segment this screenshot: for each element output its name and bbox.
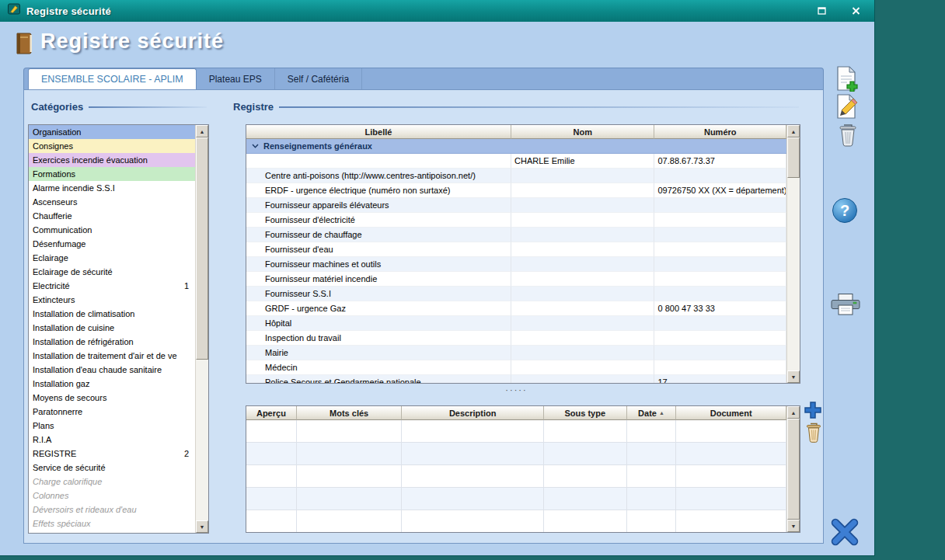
documents-column-header[interactable]: Mots clés [297, 406, 403, 420]
scroll-up-button[interactable]: ▲ [787, 125, 800, 137]
categories-scrollbar[interactable]: ▲ ▼ [195, 125, 208, 533]
group-label: Renseignements généraux [263, 141, 372, 151]
category-item[interactable]: Consignes [29, 139, 195, 153]
registre-row[interactable]: GRDF - urgence Gaz0 800 47 33 33 [246, 301, 786, 316]
document-row[interactable] [246, 488, 786, 510]
category-item[interactable]: Installation de climatisation [29, 307, 195, 321]
registre-row[interactable]: Fournisseur d'eau [246, 242, 786, 257]
document-row[interactable] [246, 510, 786, 532]
close-form-button[interactable] [828, 517, 861, 547]
category-item[interactable]: Communication [29, 223, 195, 237]
scroll-up-button[interactable]: ▲ [196, 125, 208, 137]
documents-scrollbar[interactable]: ▲ ▼ [786, 406, 800, 532]
new-document-button[interactable] [833, 65, 860, 92]
registre-row[interactable]: Inspection du travail [246, 331, 786, 346]
tab-plateau-eps[interactable]: Plateau EPS [197, 68, 275, 89]
registre-row[interactable]: Fournisseur machines et outils [246, 257, 786, 272]
scroll-down-button[interactable]: ▼ [196, 520, 208, 533]
category-item[interactable]: Installation d'eau chaude sanitaire [29, 363, 195, 377]
print-button[interactable] [830, 293, 861, 316]
document-row[interactable] [246, 443, 786, 465]
document-row[interactable] [246, 420, 786, 443]
scroll-down-button[interactable]: ▼ [787, 520, 800, 532]
registre-row[interactable]: Fournisseur de chauffage [246, 228, 786, 242]
category-item[interactable]: Charge calorifique [29, 475, 195, 489]
category-item[interactable]: Formations [29, 167, 195, 181]
category-item[interactable]: Chaufferie [29, 209, 195, 223]
registre-row[interactable]: Mairie [246, 346, 786, 360]
category-item[interactable]: Organisation [29, 125, 195, 139]
registre-column-header[interactable]: Libellé [246, 125, 511, 139]
cell-libelle: Police Secours et Gendarmerie nationale [246, 375, 511, 383]
category-item[interactable]: Colonnes [29, 489, 195, 503]
category-item[interactable]: Installation de réfrigération [29, 335, 195, 349]
documents-column-header[interactable]: Date▲ [627, 406, 677, 420]
category-item[interactable]: Moyens de secours [29, 391, 195, 405]
category-item[interactable]: Plans [29, 419, 195, 433]
category-item[interactable]: Eclairage [29, 251, 195, 265]
scroll-up-button[interactable]: ▲ [787, 406, 800, 419]
registre-row[interactable]: CHARLE Emilie07.88.67.73.37 [246, 154, 786, 169]
cell-numero [654, 213, 786, 228]
category-item[interactable]: Ascenseurs [29, 195, 195, 209]
document-cell [246, 420, 297, 443]
category-item[interactable]: Extincteurs [29, 293, 195, 307]
scroll-down-button[interactable]: ▼ [787, 370, 800, 383]
registre-row[interactable]: Fournisseur matériel incendie [246, 272, 786, 287]
category-item[interactable]: Effets spéciaux [29, 517, 195, 530]
documents-column-header[interactable]: Document [676, 406, 786, 420]
category-item[interactable]: Installation de cuisine [29, 321, 195, 335]
registre-column-header[interactable]: Nom [511, 125, 654, 139]
tab-ensemble-scolaire-aplim[interactable]: ENSEMBLE SCOLAIRE - APLIM [28, 68, 197, 89]
maximize-button[interactable] [815, 5, 828, 17]
tab-self-caf-t-ria[interactable]: Self / Cafétéria [275, 68, 362, 89]
scrollbar-thumb[interactable] [787, 137, 800, 178]
category-item[interactable]: Service de sécurité [29, 461, 195, 475]
document-row[interactable] [246, 465, 786, 488]
documents-column-header[interactable]: Aperçu [246, 406, 297, 420]
registre-row[interactable]: Hôpital [246, 316, 786, 331]
close-button[interactable] [849, 5, 862, 17]
category-item[interactable]: REGISTRE2 [29, 447, 195, 461]
registre-group-row[interactable]: Renseignements généraux [246, 139, 786, 154]
category-item[interactable]: Electricité1 [29, 279, 195, 293]
help-button[interactable]: ? [832, 197, 858, 224]
category-item[interactable]: R.I.A [29, 433, 195, 447]
category-label: Installation gaz [33, 379, 89, 388]
categories-label: Catégories [31, 101, 83, 113]
scrollbar-track[interactable] [196, 137, 208, 520]
category-item[interactable]: Déversoirs et rideaux d'eau [29, 503, 195, 517]
document-cell [627, 510, 677, 532]
registre-row[interactable]: Fournisseur S.S.I [246, 287, 786, 301]
category-label: Effets spéciaux [33, 519, 91, 528]
documents-column-header[interactable]: Description [402, 406, 543, 420]
category-item[interactable]: Paratonnerre [29, 405, 195, 419]
delete-button[interactable] [838, 123, 858, 148]
registre-row[interactable]: Médecin [246, 360, 786, 375]
registre-row[interactable]: Centre anti-poisons (http://www.centres-… [246, 169, 786, 183]
category-item[interactable]: Installation gaz [29, 377, 195, 391]
scrollbar-track[interactable] [787, 419, 800, 520]
category-label: Plans [33, 421, 54, 430]
registre-column-header[interactable]: Numéro [654, 125, 786, 139]
registre-scrollbar[interactable]: ▲ ▼ [786, 125, 800, 383]
registre-row[interactable]: Fournisseur d'électricité [246, 213, 786, 228]
registre-section-label: Registre [233, 101, 799, 113]
category-item[interactable]: Désenfumage [29, 237, 195, 251]
scrollbar-thumb[interactable] [787, 419, 800, 520]
delete-document-button[interactable] [805, 422, 822, 443]
category-item[interactable]: Alarme incendie S.S.I [29, 181, 195, 195]
documents-column-header[interactable]: Sous type [544, 406, 627, 420]
category-item[interactable]: Exercices incendie évacuation [29, 153, 195, 167]
splitter-handle[interactable]: ····· [246, 386, 787, 397]
document-cell [246, 510, 297, 532]
category-item[interactable]: Eclairage de sécurité [29, 265, 195, 279]
add-document-button[interactable] [804, 401, 822, 419]
registre-row[interactable]: Police Secours et Gendarmerie nationale1… [246, 375, 786, 383]
scrollbar-track[interactable] [787, 137, 800, 370]
category-item[interactable]: Installation de traitement d'air et de v… [29, 349, 195, 363]
edit-button[interactable] [833, 93, 860, 120]
registre-row[interactable]: ERDF - urgence électrique (numéro non su… [246, 183, 786, 198]
registre-row[interactable]: Fournisseur appareils élévateurs [246, 198, 786, 213]
scrollbar-thumb[interactable] [196, 137, 208, 360]
